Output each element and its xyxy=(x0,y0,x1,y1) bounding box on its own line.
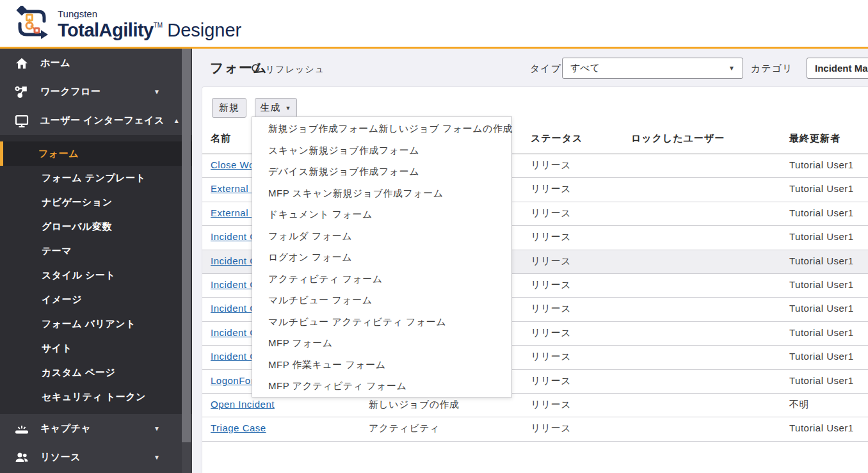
form-name-link[interactable]: Open Incident xyxy=(211,399,275,410)
updated-by-cell: Tutorial User1 xyxy=(789,375,854,386)
submenu-item[interactable]: カスタム ページ xyxy=(0,360,192,385)
submenu-item[interactable]: ナビゲーション xyxy=(0,190,192,214)
form-status-cell: リリース xyxy=(531,279,571,291)
category-filter-label: カテゴリ xyxy=(751,63,792,75)
form-name-link[interactable]: LogonFor xyxy=(211,375,254,386)
new-button[interactable]: 新規 xyxy=(212,98,246,118)
generate-menu-item[interactable]: フォルダ フォーム xyxy=(252,226,511,248)
page-toolbar: フォーム リフレッシュ タイプ すべて ▼ カテゴリ Incident Mana… xyxy=(192,49,868,86)
column-header-name: 名前 xyxy=(211,132,231,145)
sidebar-item-label: ワークフロー xyxy=(40,86,100,98)
brand-pre-text: Tungsten xyxy=(58,8,241,19)
category-filter-select[interactable]: Incident Manag xyxy=(807,58,868,79)
brand-tm-mark: TM xyxy=(154,22,163,29)
form-status-cell: リリース xyxy=(531,207,571,220)
chevron-down-icon: ▼ xyxy=(154,425,160,432)
refresh-label: リフレッシュ xyxy=(266,64,325,76)
submenu-item[interactable]: テーマ xyxy=(0,239,192,263)
table-row: Triage Case アクティビティ リリース Tutorial User1 xyxy=(202,417,868,441)
generate-menu-item-label: スキャン新規ジョブ作成フォーム xyxy=(268,145,419,157)
generate-menu-item-label: ログオン フォーム xyxy=(268,252,352,264)
updated-by-cell: Tutorial User1 xyxy=(789,159,854,170)
generate-menu-item[interactable]: MFP フォーム xyxy=(252,333,511,355)
generate-menu-item[interactable]: マルチビュー フォーム xyxy=(252,290,511,312)
form-status-cell: リリース xyxy=(531,351,571,363)
submenu-item[interactable]: フォーム xyxy=(0,141,192,166)
form-name-link[interactable]: Incident C xyxy=(211,351,257,362)
submenu-item[interactable]: グローバル変数 xyxy=(0,214,192,239)
updated-by-cell: Tutorial User1 xyxy=(789,422,854,433)
form-name-link[interactable]: Incident C xyxy=(211,231,257,242)
form-status-cell: リリース xyxy=(531,327,571,339)
submenu-item-label: ナビゲーション xyxy=(42,196,113,209)
generate-menu-item[interactable]: 新規ジョブ作成フォーム新しいジョブ フォームの作成 xyxy=(252,118,511,140)
form-status-cell: リリース xyxy=(531,303,571,315)
tungsten-logo-icon xyxy=(14,6,51,43)
refresh-button[interactable]: リフレッシュ xyxy=(250,63,325,76)
form-name-link[interactable]: Incident C xyxy=(211,303,257,314)
home-icon xyxy=(14,56,29,71)
form-name-link[interactable]: External L xyxy=(211,183,257,194)
form-status-cell: リリース xyxy=(531,231,571,243)
generate-dropdown-menu: 新規ジョブ作成フォーム新しいジョブ フォームの作成 スキャン新規ジョブ作成フォー… xyxy=(252,116,512,397)
user-interface-submenu: フォーム フォーム テンプレート ナビゲーション グローバル変数 テーマ スタイ… xyxy=(0,135,192,414)
form-name-link[interactable]: Incident C xyxy=(211,327,257,338)
generate-menu-item[interactable]: MFP スキャン新規ジョブ作成フォーム xyxy=(252,183,511,205)
generate-menu-item-label: 新規ジョブ作成フォーム新しいジョブ フォームの作成 xyxy=(268,123,513,135)
chevron-up-icon: ▲ xyxy=(173,117,180,124)
form-type-cell: アクティビティ xyxy=(369,422,440,435)
sidebar-item-user-interface[interactable]: ユーザー インターフェイス ▲ xyxy=(0,106,192,135)
submenu-item-label: フォーム バリアント xyxy=(42,318,136,330)
sidebar-item-resources[interactable]: リソース ▼ xyxy=(0,443,192,472)
generate-menu-item[interactable]: ドキュメント フォーム xyxy=(252,204,511,226)
sidebar-item-home[interactable]: ホーム xyxy=(0,49,192,77)
updated-by-cell: Tutorial User1 xyxy=(789,231,854,242)
capture-scanner-icon xyxy=(14,421,29,437)
column-header-locked-user: ロックしたユーザー xyxy=(631,132,725,145)
submenu-item-label: スタイル シート xyxy=(42,269,115,282)
generate-menu-item-label: ドキュメント フォーム xyxy=(268,209,373,221)
form-name-link[interactable]: Incident C xyxy=(211,255,257,266)
submenu-item[interactable]: フォーム テンプレート xyxy=(0,166,192,190)
submenu-item[interactable]: フォーム バリアント xyxy=(0,312,192,336)
submenu-item[interactable]: セキュリティ トークン xyxy=(0,385,192,409)
submenu-item[interactable]: イメージ xyxy=(0,287,192,312)
form-type-cell: 新しいジョブの作成 xyxy=(369,399,460,411)
generate-menu-item[interactable]: MFP 作業キュー フォーム xyxy=(252,355,511,376)
generate-menu-item[interactable]: ログオン フォーム xyxy=(252,247,511,269)
form-status-cell: リリース xyxy=(531,422,571,435)
submenu-item-label: サイト xyxy=(42,342,72,355)
form-name-link[interactable]: Incident C xyxy=(211,279,257,290)
form-status-cell: リリース xyxy=(531,159,571,172)
category-filter-value: Incident Manag xyxy=(815,63,868,74)
generate-menu-item[interactable]: マルチビュー アクティビティ フォーム xyxy=(252,312,511,333)
generate-menu-item-label: MFP スキャン新規ジョブ作成フォーム xyxy=(268,188,444,200)
generate-menu-item[interactable]: MFP アクティビティ フォーム xyxy=(252,376,511,397)
type-filter-value: すべて xyxy=(570,62,600,74)
generate-menu-item[interactable]: アクティビティ フォーム xyxy=(252,269,511,291)
submenu-item-label: テーマ xyxy=(42,245,72,257)
form-name-link[interactable]: Close Wo xyxy=(211,159,255,170)
sidebar-item-workflow[interactable]: ワークフロー ▼ xyxy=(0,77,192,106)
form-status-cell: リリース xyxy=(531,255,571,268)
submenu-item[interactable]: スタイル シート xyxy=(0,263,192,287)
chevron-down-icon: ▼ xyxy=(285,105,292,111)
form-name-link[interactable]: Triage Case xyxy=(211,422,266,433)
type-filter-select[interactable]: すべて ▼ xyxy=(562,58,743,79)
form-status-cell: リリース xyxy=(531,399,571,411)
generate-menu-item[interactable]: デバイス新規ジョブ作成フォーム xyxy=(252,161,511,183)
sidebar-item-label: ホーム xyxy=(40,57,70,69)
generate-button[interactable]: 生成 ▼ xyxy=(255,98,297,118)
sidebar-scrollbar-thumb[interactable] xyxy=(182,49,191,442)
generate-menu-item[interactable]: スキャン新規ジョブ作成フォーム xyxy=(252,140,511,162)
app-header: Tungsten TotalAgility TM Designer xyxy=(0,0,868,47)
sidebar-scrollbar[interactable] xyxy=(182,49,191,473)
sidebar-item-capture[interactable]: キャプチャ ▼ xyxy=(0,414,192,443)
submenu-item[interactable]: サイト xyxy=(0,336,192,360)
brand-name-text: TotalAgility xyxy=(58,20,154,41)
form-status-cell: リリース xyxy=(531,375,571,387)
type-filter-label: タイプ xyxy=(530,63,561,75)
sidebar-item-label: リソース xyxy=(40,451,81,463)
sidebar-item-label: キャプチャ xyxy=(40,422,91,435)
generate-button-label: 生成 xyxy=(261,102,281,114)
